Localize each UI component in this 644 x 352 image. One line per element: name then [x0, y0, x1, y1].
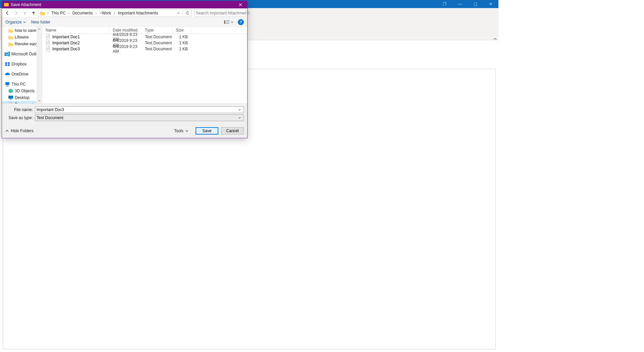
file-row[interactable]: Important Doc14/4/2019 9:23 AMText Docum… — [42, 34, 247, 40]
file-date: 4/4/2019 9:23 AM — [109, 44, 142, 54]
nav-3d-objects[interactable]: 3D Objects — [2, 88, 42, 94]
cancel-button[interactable]: Cancel — [221, 127, 244, 135]
help-button[interactable]: ? — [238, 19, 244, 25]
nav-recent-button[interactable] — [21, 9, 29, 17]
outlook-popout-button[interactable]: ❐ — [437, 0, 452, 8]
breadcrumb-path[interactable]: › This PC › Documents › ~Work › Importan… — [38, 9, 183, 17]
address-dropdown-icon[interactable] — [176, 12, 181, 14]
svg-rect-6 — [226, 22, 229, 22]
nav-folder-item[interactable]: Revoke easy acc — [2, 41, 42, 47]
savetype-value: Text Document — [37, 115, 237, 120]
view-icon — [224, 20, 229, 24]
file-type: Text Document — [142, 35, 172, 39]
filename-label: File name: — [5, 107, 35, 112]
savetype-label: Save as type: — [5, 115, 35, 120]
svg-rect-7 — [226, 23, 229, 23]
text-file-icon — [46, 34, 50, 40]
new-folder-button[interactable]: New folder — [31, 20, 50, 24]
svg-rect-21 — [47, 37, 49, 38]
file-row[interactable]: Important Doc24/4/2019 9:23 AMText Docum… — [42, 40, 247, 46]
search-input[interactable] — [196, 11, 246, 15]
svg-rect-14 — [8, 96, 13, 99]
column-size[interactable]: Size — [172, 27, 191, 34]
outlook-maximize-button[interactable]: ▢ — [468, 0, 483, 8]
savetype-field[interactable]: Text Document — [35, 114, 244, 121]
dialog-footer: Hide Folders Tools Save Cancel — [2, 124, 247, 138]
nav-up-button[interactable] — [30, 9, 38, 17]
nav-folder-item[interactable]: how to save mul — [2, 27, 42, 34]
crumb-work[interactable]: ~Work — [98, 11, 112, 15]
column-headers[interactable]: Name Date modified Type Size — [42, 27, 247, 34]
folder-icon — [8, 35, 13, 40]
search-icon[interactable] — [246, 11, 250, 15]
svg-rect-4 — [224, 23, 225, 24]
scroll-down-icon[interactable] — [37, 98, 42, 103]
svg-rect-12 — [6, 85, 8, 86]
file-rows[interactable]: Important Doc14/4/2019 9:23 AMText Docum… — [42, 34, 247, 103]
file-name: Important Doc3 — [52, 47, 80, 51]
file-list-area: Name Date modified Type Size Important D… — [42, 27, 247, 103]
svg-rect-20 — [47, 37, 49, 37]
3d-icon — [8, 89, 13, 93]
organize-menu[interactable]: Organize — [5, 20, 26, 24]
text-file-icon — [46, 46, 50, 52]
crumb-important-attachments[interactable]: Important Attachments — [116, 11, 159, 15]
refresh-button[interactable] — [183, 9, 192, 17]
svg-rect-2 — [224, 20, 225, 21]
text-file-icon — [46, 40, 50, 46]
svg-rect-3 — [224, 22, 225, 23]
save-attachment-dialog: Save Attachment › This PC › Documents › … — [2, 1, 248, 138]
file-size: 1 KB — [172, 41, 191, 45]
onedrive-icon — [5, 72, 10, 77]
nav-onedrive[interactable]: OneDrive — [2, 71, 42, 78]
nav-back-button[interactable] — [3, 9, 11, 17]
svg-rect-19 — [47, 36, 49, 36]
column-name[interactable]: Name — [42, 27, 109, 34]
chevron-down-icon[interactable] — [237, 108, 242, 111]
filename-input[interactable] — [37, 107, 237, 112]
dialog-close-button[interactable] — [234, 1, 247, 8]
svg-rect-24 — [47, 43, 49, 44]
ribbon-collapse-icon[interactable] — [492, 36, 498, 42]
scroll-up-icon[interactable] — [37, 27, 42, 32]
outlook-close-button[interactable]: ✕ — [483, 0, 498, 8]
chevron-down-icon — [231, 21, 233, 23]
chevron-right-icon: › — [47, 11, 49, 15]
view-options-button[interactable] — [222, 19, 235, 25]
file-name: Important Doc1 — [52, 35, 80, 39]
folder-icon — [8, 28, 13, 33]
save-button[interactable]: Save — [196, 127, 218, 135]
svg-rect-15 — [10, 99, 11, 100]
hide-folders-button[interactable]: Hide Folders — [5, 129, 34, 133]
documents-icon — [8, 102, 13, 103]
nav-forward-button[interactable] — [12, 9, 20, 17]
filename-field[interactable] — [35, 106, 244, 113]
dialog-titlebar[interactable]: Save Attachment — [2, 1, 247, 8]
nav-folder-item[interactable]: Lifewire — [2, 34, 42, 41]
folder-icon — [40, 11, 45, 15]
nav-outlook[interactable]: O Microsoft Outlook — [2, 51, 42, 57]
chevron-right-icon: › — [68, 11, 70, 15]
outlook-minimize-button[interactable]: — — [452, 0, 468, 8]
navigation-pane[interactable]: how to save mul Lifewire Revoke easy acc… — [2, 27, 42, 103]
nav-this-pc[interactable]: This PC — [2, 81, 42, 88]
chevron-right-icon: › — [95, 11, 97, 15]
file-row[interactable]: Important Doc34/4/2019 9:23 AMText Docum… — [42, 46, 247, 52]
svg-rect-13 — [6, 86, 9, 86]
nav-desktop[interactable]: Desktop — [2, 94, 42, 101]
nav-scrollbar[interactable] — [37, 27, 42, 103]
svg-rect-25 — [47, 48, 49, 48]
search-box[interactable] — [194, 9, 246, 17]
column-type[interactable]: Type — [142, 27, 172, 34]
svg-rect-11 — [5, 82, 9, 85]
file-size: 1 KB — [172, 35, 191, 39]
file-size: 1 KB — [172, 47, 191, 51]
nav-dropbox[interactable]: Dropbox — [2, 61, 42, 67]
svg-point-1 — [247, 11, 249, 14]
nav-documents[interactable]: Documents — [2, 101, 42, 103]
crumb-thispc[interactable]: This PC — [50, 11, 67, 15]
tools-menu[interactable]: Tools — [174, 129, 188, 133]
chevron-down-icon[interactable] — [237, 116, 242, 119]
crumb-documents[interactable]: Documents — [71, 11, 94, 15]
outlook-icon: O — [5, 52, 10, 56]
